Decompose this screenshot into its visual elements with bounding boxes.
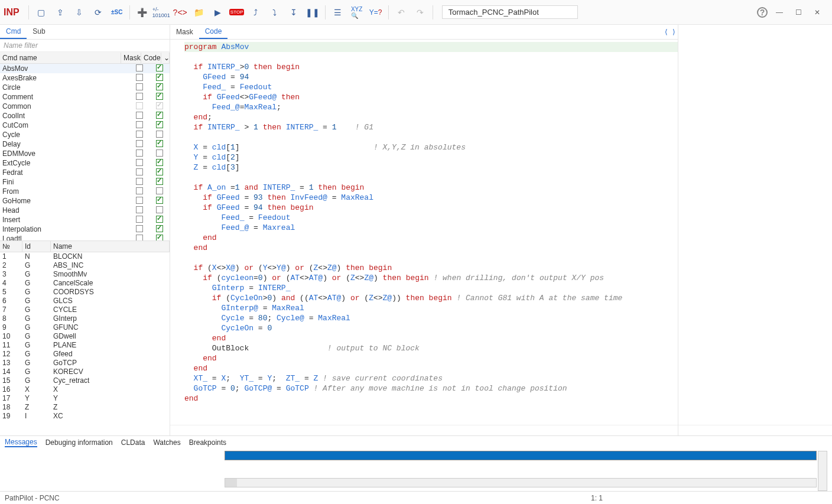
reg-row[interactable]: 2GABS_INC	[0, 261, 170, 270]
yeq-icon[interactable]: Y=?	[368, 4, 384, 21]
code-checkbox[interactable]	[156, 121, 163, 128]
code-checkbox[interactable]	[156, 102, 163, 109]
cmd-row-circle[interactable]: Circle	[0, 83, 170, 92]
tab-sub[interactable]: Sub	[27, 25, 51, 39]
cmd-row-coolint[interactable]: CoolInt	[0, 111, 170, 121]
play-icon[interactable]: ▶	[210, 4, 226, 21]
mask-checkbox[interactable]	[136, 64, 143, 71]
mask-checkbox[interactable]	[136, 140, 143, 147]
reg-row[interactable]: 16XX	[0, 385, 170, 394]
col-no[interactable]: №	[0, 241, 22, 252]
nav-fwd-icon[interactable]: ⟩	[670, 27, 678, 37]
cmd-row-fini[interactable]: Fini	[0, 177, 170, 187]
code-checkbox[interactable]	[156, 168, 163, 175]
reg-row[interactable]: 10GGDwell	[0, 332, 170, 341]
code-checkbox[interactable]	[156, 159, 163, 166]
code-checkbox[interactable]	[156, 149, 163, 157]
mask-checkbox[interactable]	[136, 187, 143, 194]
mask-checkbox[interactable]	[136, 149, 143, 157]
mask-checkbox[interactable]	[136, 178, 143, 185]
minimize-icon[interactable]: —	[773, 6, 786, 19]
mask-checkbox[interactable]	[136, 83, 143, 90]
cmd-row-cutcom[interactable]: CutCom	[0, 121, 170, 130]
title-combo[interactable]: Tormach_PCNC_PathPilot	[442, 5, 578, 19]
reg-row[interactable]: 6GGLCS	[0, 297, 170, 305]
cmd-row-absmov[interactable]: AbsMov	[0, 64, 170, 73]
mask-checkbox[interactable]	[136, 74, 143, 81]
reg-row[interactable]: 12GGfeed	[0, 350, 170, 359]
code-checkbox[interactable]	[156, 74, 163, 81]
btab-watches[interactable]: Watches	[153, 438, 180, 447]
nav-back-icon[interactable]: ⟨	[662, 27, 670, 37]
reg-row[interactable]: 18ZZ	[0, 403, 170, 412]
btab-debug[interactable]: Debuging information	[46, 438, 113, 447]
reg-row[interactable]: 15GCyc_retract	[0, 376, 170, 385]
code-checkbox[interactable]	[156, 206, 163, 213]
mask-checkbox[interactable]	[136, 102, 143, 109]
save-icon[interactable]: ⇩	[71, 4, 87, 21]
maximize-icon[interactable]: ☐	[792, 6, 805, 19]
right-hscrollbar[interactable]	[678, 425, 832, 435]
mask-checkbox[interactable]	[136, 159, 143, 166]
step-out-icon[interactable]: ⤴	[248, 4, 264, 21]
cmd-row-gohome[interactable]: GoHome	[0, 196, 170, 206]
col-more[interactable]: ⌄	[161, 53, 170, 63]
tab-cmd[interactable]: Cmd	[0, 25, 27, 39]
pause-icon[interactable]: ❚❚	[304, 4, 321, 21]
col-cmdname[interactable]: Cmd name	[0, 53, 121, 63]
code-checkbox[interactable]	[156, 225, 163, 232]
btab-messages[interactable]: Messages	[5, 438, 37, 447]
message-row[interactable]	[225, 451, 817, 460]
folder-icon[interactable]: 📁	[191, 4, 207, 21]
code-checkbox[interactable]	[156, 197, 163, 204]
col-mask[interactable]: Mask	[121, 53, 141, 63]
code-checkbox[interactable]	[156, 112, 163, 119]
mask-checkbox[interactable]	[136, 121, 143, 128]
code-checkbox[interactable]	[156, 83, 163, 90]
cmd-row-insert[interactable]: Insert	[0, 215, 170, 225]
messages-hscrollbar[interactable]	[225, 478, 817, 487]
reg-row[interactable]: 13GGoTCP	[0, 359, 170, 368]
cmd-row-delay[interactable]: Delay	[0, 139, 170, 149]
cmd-row-interpolation[interactable]: Interpolation	[0, 225, 170, 234]
cmd-row-common[interactable]: Common	[0, 102, 170, 111]
messages-vscrollbar[interactable]	[818, 451, 827, 491]
cmd-row-loadtl[interactable]: Loadtl	[0, 234, 170, 240]
code-checkbox[interactable]	[156, 235, 163, 241]
code-checkbox[interactable]	[156, 216, 163, 223]
reg-row[interactable]: 9GGFUNC	[0, 323, 170, 332]
step-over-icon[interactable]: ⤵	[266, 4, 283, 21]
help-icon[interactable]: ?	[754, 4, 771, 21]
reg-row[interactable]: 8GGInterp	[0, 314, 170, 323]
code-hscrollbar[interactable]	[170, 425, 678, 435]
mask-checkbox[interactable]	[136, 197, 143, 204]
list-icon[interactable]: ☰	[330, 4, 346, 21]
reg-row[interactable]: 7GCYCLE	[0, 305, 170, 314]
tab-mask[interactable]: Mask	[170, 25, 199, 38]
col-id[interactable]: Id	[22, 241, 51, 252]
reg-row[interactable]: 1NBLOCKN	[0, 252, 170, 261]
xyz-icon[interactable]: XYZ🔍	[349, 4, 365, 21]
redo-icon[interactable]: ↷	[412, 4, 428, 21]
code-checkbox[interactable]	[156, 64, 163, 71]
mask-checkbox[interactable]	[136, 216, 143, 223]
cmd-row-axesbrake[interactable]: AxesBrake	[0, 73, 170, 83]
cmd-row-edmmove[interactable]: EDMMove	[0, 149, 170, 158]
reg-row[interactable]: 14GKORECV	[0, 368, 170, 376]
reg-row[interactable]: 11GPLANE	[0, 341, 170, 350]
btab-breakpoints[interactable]: Breakpoints	[189, 438, 226, 447]
code-checkbox[interactable]	[156, 140, 163, 147]
col-regname[interactable]: Name	[51, 241, 170, 252]
mask-checkbox[interactable]	[136, 112, 143, 119]
cmd-row-from[interactable]: From	[0, 187, 170, 196]
col-code[interactable]: Code	[141, 53, 161, 63]
mask-checkbox[interactable]	[136, 225, 143, 232]
reg-row[interactable]: 4GCancelScale	[0, 279, 170, 288]
reg-row[interactable]: 5GCOORDSYS	[0, 288, 170, 297]
reg-row[interactable]: 19IXC	[0, 412, 170, 421]
name-filter-input[interactable]: Name filter	[0, 40, 170, 52]
code-checkbox[interactable]	[156, 131, 163, 138]
stop-icon[interactable]: STOP	[229, 4, 245, 21]
mask-checkbox[interactable]	[136, 168, 143, 175]
btab-cldata[interactable]: CLData	[121, 438, 145, 447]
